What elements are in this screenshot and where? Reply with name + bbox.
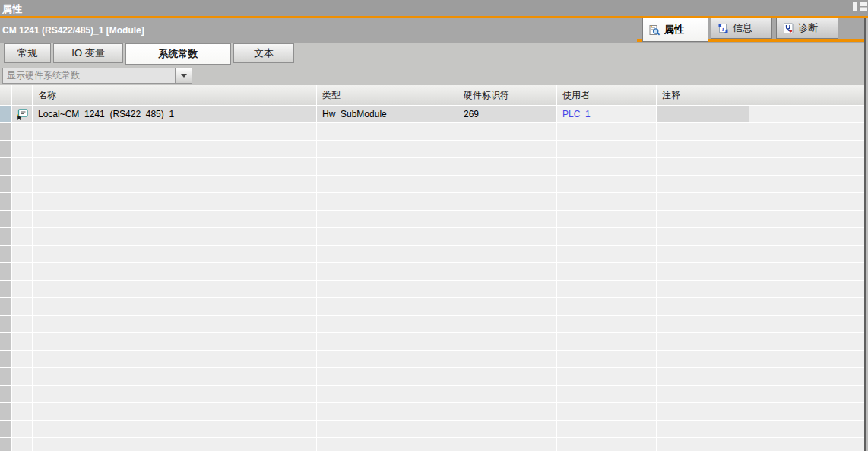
- tab-label: 文本: [254, 46, 274, 60]
- table-cell: [458, 351, 556, 367]
- table-cell: [657, 316, 749, 332]
- table-row-empty[interactable]: [0, 298, 864, 315]
- table-cell: [317, 123, 458, 140]
- table-cell: [657, 368, 749, 385]
- section-tab-row: 常规 IO 变量 系统常数 文本: [0, 43, 868, 65]
- table-cell: [657, 438, 749, 451]
- tab-properties[interactable]: 属性: [642, 18, 708, 42]
- table-cell: [749, 281, 864, 297]
- table-cell: [749, 298, 864, 315]
- table-cell: [12, 176, 32, 192]
- cell-type: Hw_SubModule: [317, 106, 458, 122]
- table-row-empty[interactable]: [0, 316, 864, 332]
- column-header-used-by[interactable]: 使用者: [557, 85, 656, 105]
- table-row-empty[interactable]: [0, 176, 864, 192]
- table-cell: [557, 228, 656, 245]
- table-cell: [33, 141, 316, 157]
- table-cell: [0, 141, 11, 157]
- table-cell: [317, 281, 458, 297]
- table-cell: [33, 228, 316, 245]
- table-cell: [557, 281, 656, 297]
- table-cell: [749, 123, 864, 140]
- table-cell: [33, 211, 316, 227]
- table-cell: [33, 403, 316, 420]
- tab-label: IO 变量: [71, 46, 104, 60]
- table-cell: [0, 316, 11, 332]
- table-cell: [33, 158, 316, 175]
- tab-diagnostics[interactable]: 诊断: [776, 18, 838, 39]
- table-cell: [12, 316, 32, 332]
- cell-used-by-link[interactable]: PLC_1: [557, 106, 656, 122]
- dropdown-value: 显示硬件系统常数: [3, 69, 175, 82]
- table-cell: [557, 403, 656, 420]
- table-cell: [557, 263, 656, 280]
- row-gutter[interactable]: [0, 106, 11, 122]
- table-row-empty[interactable]: [0, 281, 864, 297]
- table-cell: [33, 176, 316, 192]
- table-row-constant[interactable]: Local~CM_1241_(RS422_485)_1 Hw_SubModule…: [0, 106, 864, 122]
- table-cell: [557, 211, 656, 227]
- cell-comment: [657, 106, 749, 122]
- table-row-empty[interactable]: [0, 263, 864, 280]
- tab-system-constants[interactable]: 系统常数: [125, 43, 231, 65]
- table-row-empty[interactable]: [0, 193, 864, 210]
- dock-panel-icon[interactable]: [853, 2, 868, 11]
- table-cell: [657, 333, 749, 350]
- table-row-empty[interactable]: [0, 158, 864, 175]
- column-header-comment[interactable]: 注释: [657, 85, 749, 105]
- table-cell: [12, 193, 32, 210]
- table-row-empty[interactable]: [0, 333, 864, 350]
- table-row-empty[interactable]: [0, 368, 864, 385]
- table-row-empty[interactable]: [0, 228, 864, 245]
- table-cell: [0, 193, 11, 210]
- table-row-empty[interactable]: [0, 421, 864, 437]
- table-cell: [657, 176, 749, 192]
- table-cell: [458, 421, 556, 437]
- filter-row: 显示硬件系统常数: [0, 65, 868, 85]
- tab-info[interactable]: i 信息: [711, 18, 772, 39]
- constants-filter-dropdown[interactable]: 显示硬件系统常数: [2, 68, 192, 84]
- dropdown-button[interactable]: [175, 68, 192, 83]
- tab-general[interactable]: 常规: [4, 43, 51, 63]
- table-row-empty[interactable]: [0, 141, 864, 157]
- table-body: [0, 123, 864, 451]
- table-cell: [657, 403, 749, 420]
- table-cell: [557, 193, 656, 210]
- table-row-empty[interactable]: [0, 438, 864, 451]
- column-header-type[interactable]: 类型: [317, 85, 458, 105]
- table-cell: [557, 298, 656, 315]
- tab-io-tags[interactable]: IO 变量: [53, 43, 123, 63]
- table-cell: [317, 438, 458, 451]
- info-icon: i: [718, 23, 729, 34]
- table-row-empty[interactable]: [0, 351, 864, 367]
- table-row-empty[interactable]: [0, 123, 864, 140]
- table-row-empty[interactable]: [0, 246, 864, 262]
- tab-texts[interactable]: 文本: [233, 43, 294, 63]
- table-cell: [557, 333, 656, 350]
- tab-label: 信息: [733, 21, 752, 35]
- table-cell: [0, 228, 11, 245]
- table-cell: [317, 298, 458, 315]
- table-cell: [657, 421, 749, 437]
- system-constants-table: 名称 类型 硬件标识符 使用者 注释 Local~CM_1241_(RS422_…: [0, 85, 864, 451]
- table-cell: [749, 386, 864, 402]
- table-row-empty[interactable]: [0, 211, 864, 227]
- table-cell: [33, 246, 316, 262]
- table-cell: [657, 228, 749, 245]
- table-cell: [12, 403, 32, 420]
- table-cell: [657, 141, 749, 157]
- column-header-name[interactable]: 名称: [33, 85, 316, 105]
- table-cell: [12, 141, 32, 157]
- table-cell: [657, 211, 749, 227]
- row-icon-cell: [12, 106, 32, 122]
- column-header-hw-identifier[interactable]: 硬件标识符: [458, 85, 556, 105]
- table-cell: [33, 438, 316, 451]
- table-cell: [557, 438, 656, 451]
- cell-extra: [749, 106, 864, 122]
- table-row-empty[interactable]: [0, 386, 864, 402]
- table-cell: [12, 368, 32, 385]
- table-cell: [657, 158, 749, 175]
- table-cell: [458, 141, 556, 157]
- table-cell: [0, 281, 11, 297]
- table-row-empty[interactable]: [0, 403, 864, 420]
